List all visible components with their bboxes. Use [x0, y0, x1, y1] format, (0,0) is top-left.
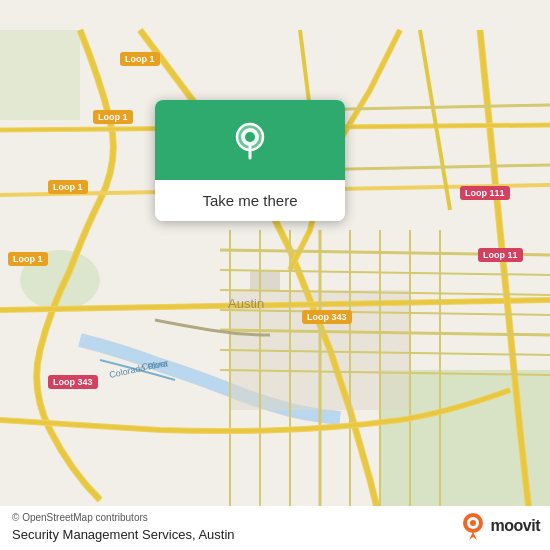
svg-text:Austin: Austin — [228, 296, 264, 311]
svg-point-31 — [470, 520, 476, 526]
loop-label-1b: Loop 1 — [93, 110, 133, 124]
popup-card: Take me there — [155, 100, 345, 221]
loop-label-1d: Loop 1 — [8, 252, 48, 266]
loop-label-343: Loop 343 — [302, 310, 352, 324]
svg-point-27 — [245, 132, 255, 142]
popup-green-header — [155, 100, 345, 180]
loop-label-111: Loop 111 — [460, 186, 510, 200]
moovit-logo: moovit — [459, 512, 540, 540]
bottom-bar: © OpenStreetMap contributors Security Ma… — [0, 506, 550, 550]
svg-rect-4 — [250, 270, 280, 290]
take-me-there-button[interactable]: Take me there — [155, 180, 345, 221]
loop-label-1a: Loop 1 — [120, 52, 160, 66]
moovit-icon — [459, 512, 487, 540]
loop-label-11b: Loop 11 — [478, 248, 523, 262]
loop-label-1c: Loop 1 — [48, 180, 88, 194]
location-pin-icon — [228, 120, 272, 164]
map-roads: Colorado River Colora Austin — [0, 0, 550, 550]
svg-rect-1 — [0, 30, 80, 120]
moovit-text: moovit — [491, 517, 540, 535]
loop-label-343b: Loop 343 — [48, 375, 98, 389]
map-container: Colorado River Colora Austin Loop 1 Loop… — [0, 0, 550, 550]
